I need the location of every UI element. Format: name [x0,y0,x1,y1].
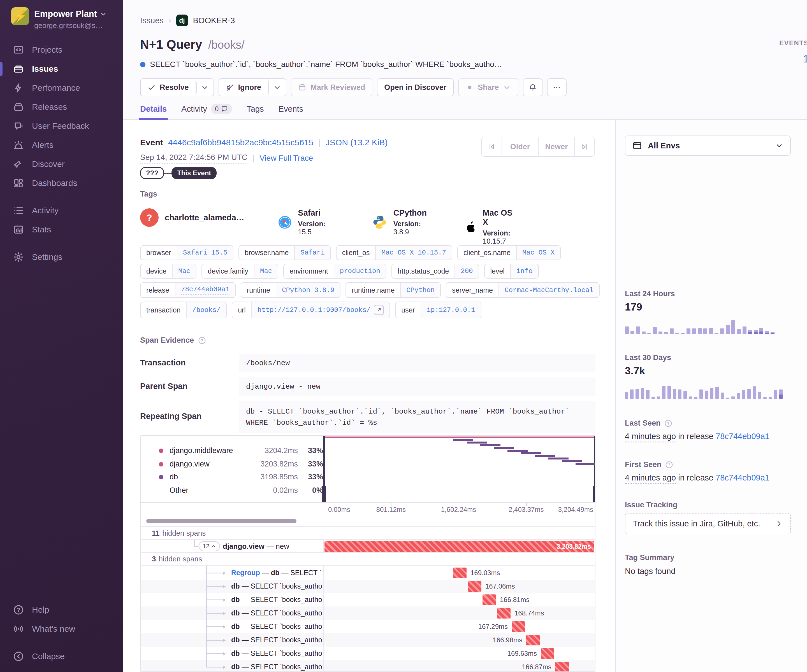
org-switcher[interactable]: ⚡ Empower Plant george.gritsouk@s… [0,0,123,36]
minimap-right-grip[interactable] [593,486,595,502]
context-card[interactable]: ?charlotte_alameda… [140,208,244,227]
span-row[interactable]: db — SELECT `books_author`167.06ms [141,579,595,593]
context-card[interactable]: Mac OS XVersion: 10.15.7 [465,208,517,245]
tab-activity[interactable]: Activity0 [181,98,232,120]
sidebar-item-settings[interactable]: Settings [0,248,123,266]
context-card[interactable]: SafariVersion: 15.5 [278,208,330,236]
event-json-link[interactable]: JSON (13.2 KiB) [325,138,388,147]
environment-select[interactable]: All Envs [625,136,791,156]
older-event-button[interactable]: Older [501,137,538,156]
sidebar-item-help[interactable]: ?Help [0,600,123,619]
tag-value[interactable]: production [334,264,386,278]
regroup-link[interactable]: Regroup [231,569,260,576]
mark-reviewed-button[interactable]: Mark Reviewed [291,78,372,96]
subscribe-bell-button[interactable] [523,78,543,96]
tag-value[interactable]: Cormac-MacCarthy.local [498,283,599,297]
tag-value[interactable]: Safari 15.5 [177,246,233,260]
tag-value[interactable]: CPython [400,283,440,297]
event-timestamp[interactable]: Sep 14, 2022 7:24:56 PM UTC [140,153,247,164]
minimap-left-grip[interactable] [322,486,326,502]
sidebar-item-activity[interactable]: Activity [0,201,123,220]
span-row[interactable]: db — SELECT `books_author`166.81ms [141,593,595,606]
release-link[interactable]: 78c744eb09a1 [716,432,769,441]
help-hint-icon[interactable]: ? [665,460,673,469]
open-in-discover-button[interactable]: Open in Discover [377,78,454,96]
sidebar-item-discover[interactable]: Discover [0,154,123,174]
unknown-trace-badge[interactable]: ??? [140,167,164,179]
tag-pill-transaction[interactable]: transaction/books/ [140,301,227,318]
tab-events[interactable]: Events [279,98,304,120]
tag-value[interactable]: Safari [294,246,330,260]
newest-event-button[interactable] [575,137,594,156]
events-count-link[interactable]: 1 [768,53,807,65]
track-issue-button[interactable]: Track this issue in Jira, GitHub, etc. [625,513,791,534]
tab-tags[interactable]: Tags [247,98,264,120]
tag-value[interactable]: http://127.0.0.1:9007/books/ [251,302,390,318]
collapse-group-button[interactable]: 12 [199,541,220,551]
tag-value[interactable]: Mac [254,264,278,278]
context-card[interactable]: CPythonVersion: 3.8.9 [372,208,430,236]
hidden-spans-row[interactable]: 11hidden spans [141,526,595,539]
span-duration-bar[interactable] [483,594,496,605]
tag-pill-client_os[interactable]: client_osMac OS X 10.15.7 [336,245,452,260]
tag-pill-browser[interactable]: browserSafari 15.5 [140,245,233,260]
span-duration-bar[interactable] [541,648,554,659]
tag-pill-url[interactable]: urlhttp://127.0.0.1:9007/books/ [232,301,390,318]
span-group-bar[interactable]: 3,203.82ms [324,541,594,552]
sidebar-item-performance[interactable]: Performance [0,78,123,98]
resolve-button[interactable]: Resolve [140,78,196,96]
tag-pill-device[interactable]: deviceMac [140,264,196,279]
more-actions-button[interactable] [547,78,566,96]
help-hint-icon[interactable]: ? [198,336,206,345]
span-duration-bar[interactable] [468,581,482,592]
sidebar-item-alerts[interactable]: Alerts [0,136,123,154]
tag-pill-device.family[interactable]: device.familyMac [201,264,278,279]
tag-pill-environment[interactable]: environmentproduction [283,264,387,279]
sidebar-item-user-feedback[interactable]: User Feedback [0,116,123,136]
tag-pill-browser.name[interactable]: browser.nameSafari [239,245,330,260]
sidebar-item-releases[interactable]: Releases [0,98,123,116]
sidebar-item-issues[interactable]: Issues [0,60,123,78]
external-link-icon[interactable] [374,305,384,315]
sidebar-item-stats[interactable]: Stats [0,220,123,239]
tag-pill-runtime[interactable]: runtimeCPython 3.8.9 [241,282,341,298]
sidebar-item-dashboards[interactable]: Dashboards [0,174,123,193]
tag-value[interactable]: Mac [172,264,196,278]
tag-value[interactable]: ip:127.0.0.1 [420,302,481,318]
span-duration-bar[interactable] [453,568,467,578]
tag-value[interactable]: 78c744eb09a1 [175,283,235,297]
newer-event-button[interactable]: Newer [538,137,575,156]
ignore-button[interactable]: Ignore [219,78,269,96]
event-id-link[interactable]: 4446c9af6bb94815b2ac9bc4515c5615 [168,138,314,147]
tag-value[interactable]: info [510,264,538,278]
span-row[interactable]: db — SELECT `books_author`166.87ms [141,660,595,672]
sidebar-item-projects[interactable]: Projects [0,40,123,60]
span-duration-bar[interactable] [555,662,569,672]
tag-value[interactable]: Mac OS X 10.15.7 [375,246,452,260]
tag-value[interactable]: 200 [455,264,478,278]
ignore-dropdown-button[interactable] [269,78,286,96]
scrollbar-thumb[interactable] [146,519,296,523]
tag-pill-release[interactable]: release78c744eb09a1 [140,282,236,298]
sidebar-item-collapse[interactable]: Collapse [0,647,123,666]
span-row[interactable]: Regroup — db — SELECT `boo169.03ms [141,566,595,579]
span-duration-bar[interactable] [526,635,540,646]
span-group-row[interactable]: 12 django.view — new 3,203.82ms [141,539,595,553]
first-seen-time[interactable]: 4 minutes ago [625,473,676,484]
tag-value[interactable]: CPython 3.8.9 [276,283,340,297]
tag-pill-http.status_code[interactable]: http.status_code200 [392,264,479,279]
tab-details[interactable]: Details [140,98,167,120]
hidden-spans-row[interactable]: 3hidden spans [141,553,595,566]
span-duration-bar[interactable] [511,621,525,632]
share-button[interactable]: Share [458,78,518,96]
tag-value[interactable]: Mac OS X [516,246,560,260]
span-row[interactable]: db — SELECT `books_author`168.74ms [141,606,595,620]
breadcrumb-issues-link[interactable]: Issues [140,16,164,25]
view-full-trace-link[interactable]: View Full Trace [259,154,313,163]
span-row[interactable]: db — SELECT `books_author`166.98ms [141,633,595,647]
span-minimap[interactable] [323,436,595,502]
tag-pill-user[interactable]: userip:127.0.0.1 [395,301,481,318]
span-row[interactable]: db — SELECT `books_author`167.29ms [141,620,595,633]
sidebar-item-what-s-new[interactable]: What's new [0,619,123,638]
oldest-event-button[interactable] [482,137,501,156]
